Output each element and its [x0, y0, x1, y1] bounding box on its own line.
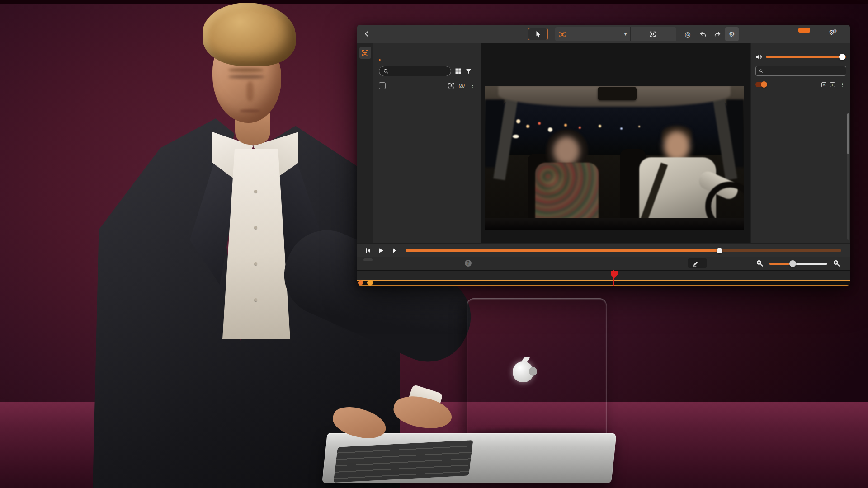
help-icon[interactable]: ?: [465, 260, 472, 267]
transcription-search[interactable]: [755, 66, 846, 76]
grid-view-icon[interactable]: [455, 68, 462, 75]
driver-blurred-face: [664, 131, 690, 161]
auto-detect-button[interactable]: [631, 27, 676, 41]
apple-logo: [511, 356, 535, 384]
publish-button[interactable]: [798, 28, 810, 33]
back-button[interactable]: [360, 27, 373, 41]
face-detect-icon: [361, 49, 369, 57]
timeline-zoom-thumb[interactable]: [789, 260, 796, 267]
auto-detect-icon: [649, 31, 656, 38]
filmstrip-preview[interactable]: [357, 280, 850, 286]
transcript-scrollbar[interactable]: [847, 113, 849, 240]
zoom-in-button[interactable]: [833, 259, 840, 267]
shape-selector-dropdown[interactable]: ▾: [555, 27, 631, 41]
timeline-ruler[interactable]: [357, 270, 850, 280]
select-all-checkbox[interactable]: [379, 82, 386, 89]
pen-icon: [693, 260, 699, 267]
search-icon: [759, 69, 764, 74]
left-tool-rail: [357, 43, 373, 243]
admin-gears-button[interactable]: ⚙⚙: [829, 28, 835, 37]
seek-bar[interactable]: [406, 249, 841, 252]
face-detect-icon: [559, 31, 566, 38]
select-all-row: (A̲) ⋮: [373, 76, 481, 89]
sync-toggle[interactable]: [755, 82, 767, 87]
video-frame: [485, 86, 744, 230]
redo-icon: [714, 31, 721, 38]
transcription-search-input[interactable]: [767, 68, 843, 74]
object-list: [373, 105, 481, 240]
top-bar: ▾ ◎ ⚙ ⚙⚙: [357, 25, 850, 43]
search-icon: [383, 69, 389, 74]
step-forward-button[interactable]: [388, 245, 399, 255]
cursor-icon: [535, 31, 541, 38]
step-forward-icon: [390, 247, 397, 254]
transcript-list: [751, 111, 847, 242]
cursor-tool-button[interactable]: [528, 28, 548, 40]
play-button[interactable]: [375, 245, 386, 255]
kebab-menu-icon[interactable]: ⋮: [839, 82, 846, 88]
settings-gear-icon: ⚙: [729, 31, 735, 38]
objects-panel: (A̲) ⋮: [373, 43, 481, 243]
rearview-mirror: [598, 87, 637, 100]
timeline-zoom-slider[interactable]: [769, 263, 827, 265]
volume-icon[interactable]: [755, 54, 762, 60]
redo-button[interactable]: [711, 27, 724, 41]
playback-bar: [357, 243, 850, 257]
photo-top-strip: [0, 0, 868, 4]
settings-button[interactable]: ⚙: [725, 27, 739, 41]
seek-thumb[interactable]: [717, 248, 722, 253]
zoom-out-icon: [756, 259, 764, 267]
redaction-app-window: ▾ ◎ ⚙ ⚙⚙: [357, 25, 850, 286]
volume-slider[interactable]: [766, 56, 846, 58]
zoom-out-button[interactable]: [756, 259, 764, 267]
discard-button[interactable]: [774, 28, 781, 33]
object-search-input[interactable]: [379, 66, 451, 76]
target-icon: ◎: [684, 31, 690, 38]
face-redaction-tool-button[interactable]: [359, 47, 371, 59]
video-player-area[interactable]: [481, 43, 750, 243]
passenger-blurred-face: [553, 136, 580, 165]
volume-row: [755, 53, 846, 61]
filmstrip-thumb-orange: [358, 280, 363, 285]
panel-tabs: [373, 43, 481, 60]
filter-icon[interactable]: [465, 68, 472, 75]
transcription-panel: A T ⋮: [750, 43, 850, 243]
play-icon: [377, 247, 384, 254]
face-scan-icon[interactable]: [448, 82, 455, 89]
back-chevron-icon: [363, 31, 370, 37]
step-back-button[interactable]: [363, 245, 373, 255]
object-search-row: [373, 60, 481, 76]
man-hair: [203, 3, 296, 66]
translate-icon[interactable]: A: [821, 82, 826, 87]
auto-label-icon[interactable]: (A̲): [459, 83, 465, 88]
sync-row: A T ⋮: [755, 80, 846, 89]
draw-audio-segment-button[interactable]: [688, 258, 707, 268]
volume-slider-thumb[interactable]: [839, 54, 845, 60]
playhead-stem: [613, 270, 614, 286]
undo-button[interactable]: [696, 27, 710, 41]
current-time: [363, 258, 373, 261]
chevron-down-icon: ▾: [624, 32, 627, 37]
zoom-in-icon: [833, 259, 840, 267]
filmstrip-thumb-orange: [367, 280, 373, 286]
laptop-lid: [467, 298, 607, 439]
undo-icon: [699, 31, 707, 38]
windshield-night-view: [502, 101, 728, 155]
target-button[interactable]: ◎: [681, 27, 694, 41]
kebab-menu-icon[interactable]: ⋮: [469, 83, 476, 89]
translate-icon[interactable]: T: [830, 82, 835, 87]
time-bar: ?: [357, 257, 850, 270]
step-back-icon: [365, 247, 372, 254]
laptop-keyboard: [333, 440, 473, 483]
